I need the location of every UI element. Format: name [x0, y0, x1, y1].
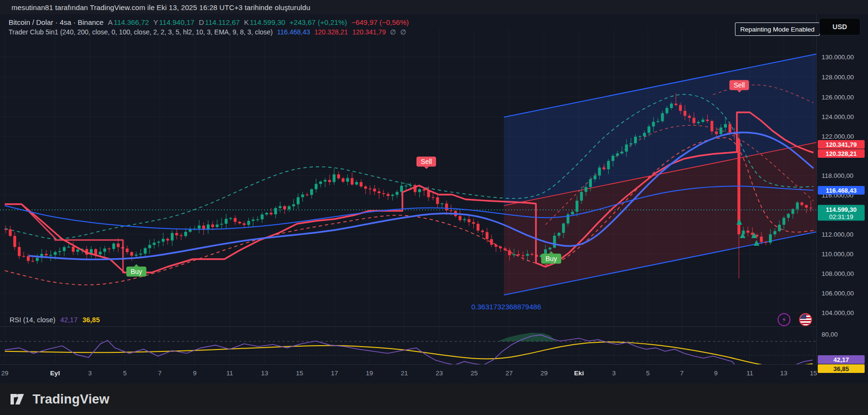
price-axis-label: 130.000,00 — [822, 54, 854, 61]
price-axis-label: 104.000,00 — [822, 309, 854, 317]
tradingview-screenshot: mesutinan81 tarafından TradingView.com i… — [0, 0, 868, 415]
price-chart-svg[interactable] — [0, 14, 868, 383]
price-axis-label: 118.000,00 — [822, 172, 854, 179]
time-axis-label: 11 — [226, 370, 233, 377]
attribution-text: mesutinan81 tarafından TradingView.com i… — [11, 3, 310, 11]
price-axis-label: 108.000,00 — [822, 270, 854, 277]
buy-signal-label: Buy — [541, 254, 561, 264]
time-axis-label: 15 — [810, 370, 817, 377]
price-tag-tag-purple: 42,17 — [818, 355, 865, 364]
time-axis[interactable]: 29Eyl357911131517192123252729Eki35791113… — [0, 364, 868, 384]
time-axis-label: 9 — [193, 370, 197, 377]
time-axis-label: 13 — [780, 370, 787, 377]
price-tag-tag-red: 120.328,21 — [818, 149, 865, 158]
time-axis-label: 13 — [261, 370, 268, 377]
time-axis-label: Eyl — [50, 370, 60, 377]
sell-signal-label: Sell — [729, 80, 749, 90]
buy-signal-label: Buy — [126, 267, 146, 277]
time-axis-label: 7 — [158, 370, 162, 377]
time-axis-label: 7 — [680, 370, 684, 377]
price-axis-label: 112.000,00 — [822, 231, 854, 238]
time-axis-label: 3 — [612, 370, 616, 377]
sell-signal-label: Sell — [416, 157, 436, 167]
time-axis-label: Eki — [574, 370, 584, 377]
us-flag-icon[interactable] — [799, 313, 812, 326]
time-axis-label: 17 — [331, 370, 338, 377]
time-axis-label: 23 — [435, 370, 443, 377]
time-axis-label: 29 — [540, 370, 547, 377]
tradingview-logo[interactable]: TradingView — [11, 392, 110, 407]
footer-bar: TradingView — [0, 383, 868, 415]
time-axis-label: 19 — [366, 370, 373, 377]
price-tag-tag-yellow: 36,85 — [818, 364, 865, 373]
attribution-bar: mesutinan81 tarafından TradingView.com i… — [0, 0, 868, 14]
price-tag-tag-blue: 116.468,43 — [818, 186, 865, 195]
price-axis-label: 124.000,00 — [822, 113, 854, 120]
price-axis-label: 106.000,00 — [822, 290, 854, 297]
repainting-mode-button[interactable]: Repainting Mode Enabled — [735, 22, 820, 36]
time-axis-label: 3 — [88, 370, 92, 377]
price-axis-label: 128.000,00 — [822, 74, 854, 81]
price-axis-label: 110.000,00 — [822, 251, 854, 258]
time-axis-label: 11 — [746, 370, 753, 377]
tradingview-wordmark: TradingView — [33, 392, 110, 407]
price-tag-tag-red: 120.341,79 — [818, 140, 865, 149]
price-axis[interactable]: 130.000,00128.000,00126.000,00124.000,00… — [816, 14, 868, 364]
time-axis-label: 5 — [646, 370, 650, 377]
price-axis-label: 126.000,00 — [822, 94, 854, 101]
currency-usd-button[interactable]: USD — [819, 18, 860, 35]
us-flag-graphic — [800, 314, 811, 325]
chart-canvas[interactable]: Bitcoin / Dolar · 4sa · BinanceA114.366,… — [0, 14, 868, 383]
price-axis-label: 122.000,00 — [822, 133, 854, 140]
lightning-icon[interactable]: ⚡ — [778, 313, 790, 326]
price-tag-tag-green: 114.599,3002:31:19 — [818, 205, 865, 221]
time-axis-label: 15 — [296, 370, 303, 377]
time-axis-label: 21 — [401, 370, 408, 377]
time-axis-label: 9 — [714, 370, 718, 377]
price-axis-label: 80,00 — [822, 331, 838, 338]
time-axis-label: 29 — [1, 370, 8, 377]
time-axis-label: 5 — [123, 370, 127, 377]
tradingview-logo-icon — [11, 392, 27, 406]
time-axis-label: 27 — [505, 370, 512, 377]
time-axis-label: 25 — [470, 370, 478, 377]
